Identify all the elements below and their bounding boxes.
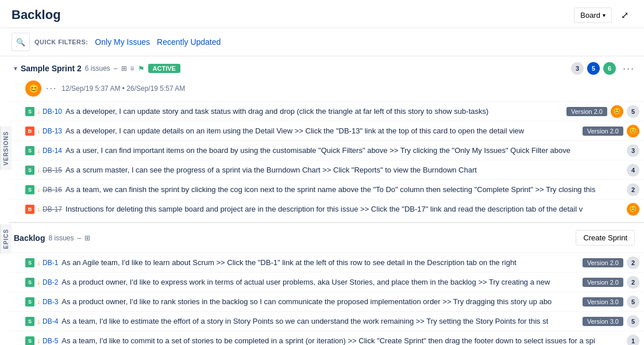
- issue-count: 5: [627, 105, 639, 118]
- chevron-down-icon: ▾: [603, 12, 606, 18]
- issue-id[interactable]: DB-3: [43, 298, 58, 306]
- priority-icon: ↓: [37, 127, 40, 135]
- issue-type-icon: S: [25, 278, 34, 287]
- issue-id[interactable]: DB-1: [43, 259, 58, 267]
- priority-icon: ↓: [37, 108, 40, 116]
- issue-id[interactable]: DB-13: [43, 127, 62, 135]
- issue-count: 3: [627, 144, 639, 157]
- issue-text: As a developer, I can update details on …: [65, 126, 578, 135]
- priority-icon: ↓: [37, 259, 40, 267]
- sprint-count-grey: 3: [571, 62, 584, 75]
- sprint-dates: 12/Sep/19 5:37 AM • 26/Sep/19 5:57 AM: [61, 85, 185, 93]
- sprint-meta-dots[interactable]: ···: [46, 83, 57, 94]
- issue-text: As a team, I'd like to estimate the effo…: [61, 317, 578, 325]
- only-my-issues-filter[interactable]: Only My Issues: [95, 37, 150, 47]
- issue-count: 2: [627, 256, 639, 269]
- issue-id[interactable]: DB-16: [43, 186, 62, 194]
- issue-count: 5: [627, 296, 639, 308]
- sprint-name: Sample Sprint 2: [21, 64, 82, 73]
- issue-id[interactable]: DB-4: [43, 317, 58, 325]
- table-row: S ↓ DB-1 As an Agile team, I'd like to l…: [9, 252, 644, 272]
- issue-text: As a team, we can finish the sprint by c…: [65, 185, 622, 194]
- epics-side-label: EPICS: [0, 224, 11, 254]
- sprint-count-blue: 5: [587, 62, 600, 75]
- priority-icon: ↓: [37, 186, 40, 194]
- sprint-board-icon[interactable]: ⊞: [121, 64, 127, 72]
- issue-count: 2: [627, 276, 639, 289]
- create-sprint-button[interactable]: Create Sprint: [576, 230, 635, 246]
- recently-updated-filter[interactable]: Recently Updated: [157, 37, 221, 47]
- issue-type-icon: S: [25, 166, 34, 175]
- expand-icon: ⤢: [621, 10, 628, 21]
- issue-text: As a developer, I can update story and t…: [65, 107, 562, 116]
- sprint-active-badge: ACTIVE: [148, 64, 180, 73]
- priority-icon: ↓: [37, 205, 40, 213]
- backlog-issues-list: S ↓ DB-1 As an Agile team, I'd like to l…: [9, 252, 644, 345]
- issue-id[interactable]: DB-17: [43, 205, 62, 213]
- sprint-avatar: 😊: [25, 80, 41, 97]
- priority-icon: ↓: [37, 166, 40, 174]
- issue-count: 2: [627, 183, 639, 196]
- issue-type-icon: S: [25, 258, 34, 267]
- priority-icon: ↓: [37, 337, 40, 345]
- issue-type-icon: B: [25, 205, 34, 214]
- version-badge: Version 2.0: [583, 258, 623, 267]
- table-row: S ↓ DB-10 As a developer, I can update s…: [9, 101, 644, 121]
- backlog-title: Backlog: [14, 233, 45, 243]
- issue-text: As a product owner, I'd like to rank sto…: [61, 297, 578, 306]
- issue-type-icon: S: [25, 317, 34, 326]
- version-badge: Version 2.0: [583, 126, 623, 136]
- table-row: S ↓ DB-4 As a team, I'd like to estimate…: [9, 311, 644, 331]
- version-badge: Version 2.0: [566, 107, 607, 116]
- table-row: B ↓ DB-13 As a developer, I can update d…: [9, 121, 644, 140]
- issue-id[interactable]: DB-5: [43, 337, 58, 345]
- issue-avatar: 😊: [627, 203, 639, 216]
- expand-button[interactable]: ⤢: [616, 7, 633, 23]
- backlog-section: Backlog 8 issues – ⊞ Create Sprint S ↓ D…: [9, 223, 644, 345]
- issue-text: As a scrum master, I can see the progres…: [65, 166, 622, 174]
- page-title: Backlog: [11, 7, 61, 22]
- issue-id[interactable]: DB-14: [43, 147, 62, 155]
- table-row: S ↓ DB-14 As a user, I can find importan…: [9, 140, 644, 160]
- priority-icon: ↓: [37, 317, 40, 325]
- sprint-flag-icon: ⚑: [138, 64, 145, 73]
- sprint-section: ▾ Sample Sprint 2 6 issues – ⊞ ≡ ⚑ ACTIV…: [9, 56, 644, 218]
- versions-side-label: VERSIONS: [0, 126, 11, 170]
- issue-text: As an Agile team, I'd like to learn abou…: [61, 258, 578, 267]
- issue-id[interactable]: DB-15: [43, 166, 62, 174]
- issue-type-icon: B: [25, 126, 34, 136]
- sprint-more-button[interactable]: ···: [623, 63, 635, 75]
- search-button[interactable]: 🔍: [11, 33, 30, 51]
- table-row: B ↓ DB-17 Instructions for deleting this…: [9, 199, 644, 218]
- issue-type-icon: S: [25, 336, 34, 346]
- sprint-count-green: 6: [603, 62, 616, 75]
- board-button[interactable]: Board ▾: [574, 7, 612, 23]
- priority-icon: ↓: [37, 147, 40, 155]
- table-row: S ↓ DB-2 As a product owner, I'd like to…: [9, 272, 644, 292]
- issue-text: As a user, I can find important items on…: [65, 146, 622, 155]
- backlog-board-icon[interactable]: ⊞: [84, 234, 90, 242]
- version-badge: Version 3.0: [583, 317, 623, 326]
- quick-filters-label: QUICK FILTERS:: [34, 39, 88, 45]
- backlog-issue-count: 8 issues: [48, 234, 74, 242]
- priority-icon: ↓: [37, 298, 40, 306]
- issue-count: 5: [627, 315, 639, 328]
- issue-id[interactable]: DB-10: [43, 108, 62, 116]
- sprint-issues-list: S ↓ DB-10 As a developer, I can update s…: [9, 101, 644, 218]
- priority-icon: ↓: [37, 278, 40, 286]
- sprint-list-icon[interactable]: ≡: [130, 64, 134, 72]
- issue-id[interactable]: DB-2: [43, 278, 58, 286]
- table-row: S ↓ DB-3 As a product owner, I'd like to…: [9, 292, 644, 311]
- issue-count: 1: [627, 335, 639, 346]
- issue-text: As a team, I'd like to commit to a set o…: [61, 336, 622, 345]
- version-badge: Version 2.0: [583, 278, 623, 287]
- issue-avatar: 😊: [627, 125, 639, 137]
- table-row: S ↓ DB-15 As a scrum master, I can see t…: [9, 160, 644, 179]
- issue-type-icon: S: [25, 185, 34, 194]
- version-badge: Version 3.0: [583, 297, 623, 306]
- search-icon: 🔍: [16, 38, 25, 47]
- sprint-toggle[interactable]: ▾: [14, 64, 17, 72]
- issue-count: 4: [627, 164, 639, 177]
- issue-type-icon: S: [25, 107, 34, 116]
- issue-type-icon: S: [25, 146, 34, 155]
